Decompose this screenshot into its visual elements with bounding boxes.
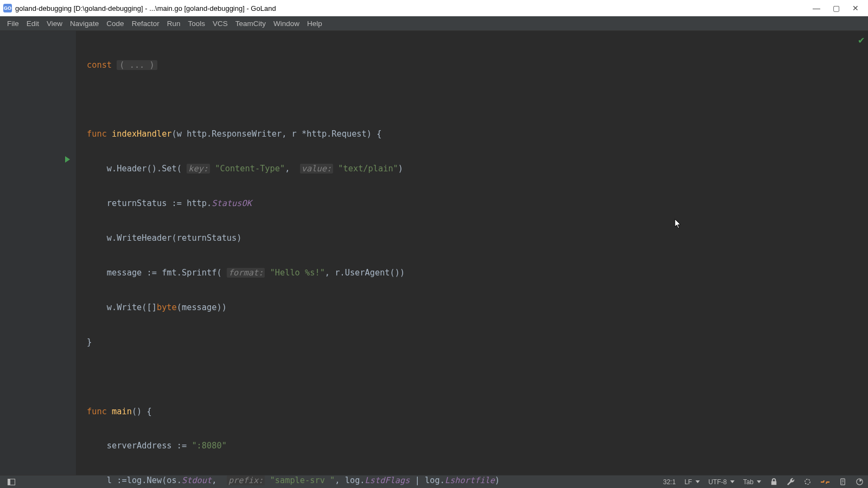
- run-gutter-icon[interactable]: [65, 156, 70, 163]
- code-area[interactable]: const ( ... ) func indexHandler(w http.R…: [87, 36, 863, 488]
- editor[interactable]: ✔ const ( ... ) func indexHandler(w http…: [0, 31, 868, 475]
- window-title: goland-debugging [D:\goland-debugging] -…: [15, 4, 812, 12]
- menu-view[interactable]: View: [43, 18, 66, 29]
- titlebar: GO goland-debugging [D:\goland-debugging…: [0, 0, 868, 16]
- menu-window[interactable]: Window: [270, 18, 303, 29]
- menu-help[interactable]: Help: [303, 18, 326, 29]
- window-controls: — ▢ ✕: [812, 3, 865, 13]
- menu-run[interactable]: Run: [163, 18, 184, 29]
- editor-gutter[interactable]: [0, 31, 76, 475]
- menu-refactor[interactable]: Refactor: [128, 18, 163, 29]
- menu-navigate[interactable]: Navigate: [66, 18, 103, 29]
- menu-edit[interactable]: Edit: [23, 18, 43, 29]
- goland-icon: GO: [3, 4, 12, 12]
- menu-vcs[interactable]: VCS: [209, 18, 232, 29]
- close-button[interactable]: ✕: [851, 3, 860, 13]
- menu-file[interactable]: File: [3, 18, 23, 29]
- maximize-button[interactable]: ▢: [831, 3, 841, 13]
- menu-tools[interactable]: Tools: [184, 18, 209, 29]
- toolwindows-button[interactable]: [3, 479, 20, 485]
- menu-code[interactable]: Code: [103, 18, 127, 29]
- minimize-button[interactable]: —: [812, 3, 821, 13]
- fold-const[interactable]: ( ... ): [117, 60, 157, 70]
- menu-teamcity[interactable]: TeamCity: [232, 18, 270, 29]
- menubar: File Edit View Navigate Code Refactor Ru…: [0, 16, 868, 31]
